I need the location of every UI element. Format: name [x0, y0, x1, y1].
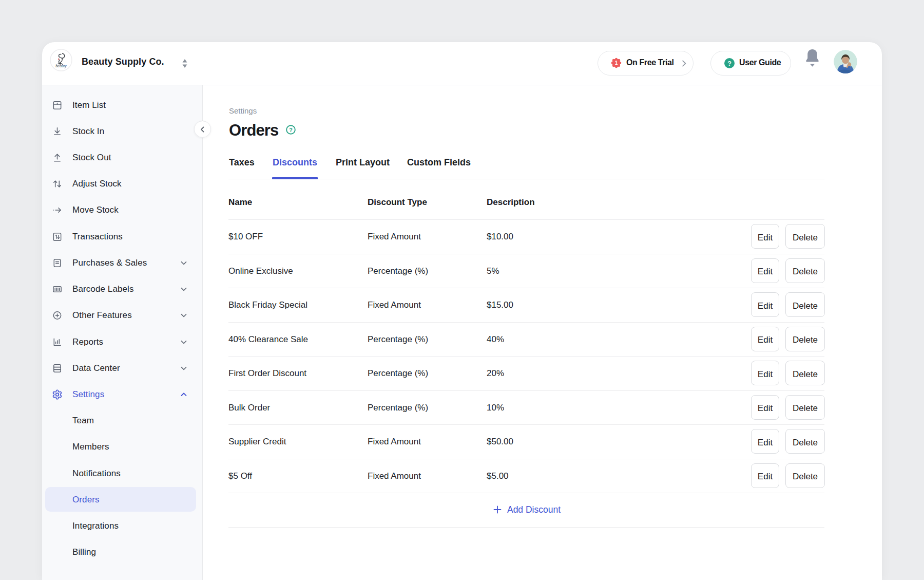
svg-text:beauty: beauty	[55, 64, 67, 68]
svg-text:?: ?	[727, 60, 732, 67]
svg-text:?: ?	[289, 127, 293, 133]
svg-text:1: 1	[615, 60, 618, 66]
